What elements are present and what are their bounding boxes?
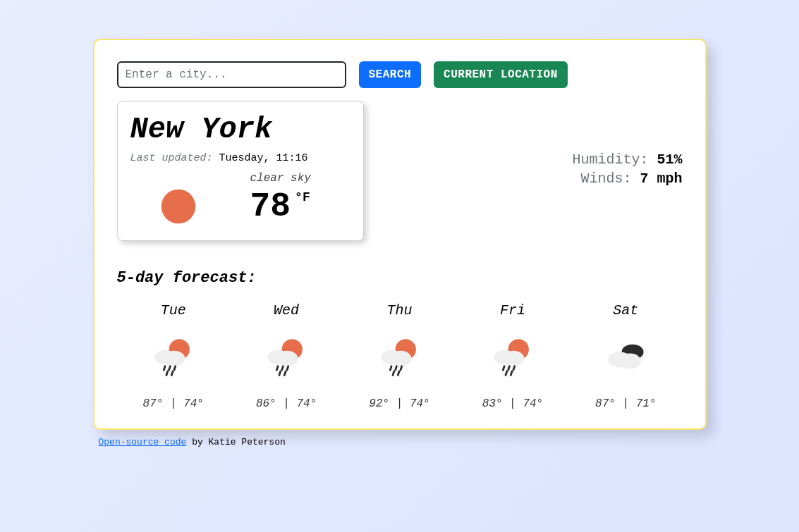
svg-line-24 [398, 371, 399, 375]
current-location-button[interactable]: CURRENT LOCATION [434, 61, 568, 88]
forecast-row: Tue 87° | 74° Wed [117, 302, 683, 410]
sun-icon [159, 187, 198, 226]
forecast-temps: 83° | 74° [456, 397, 569, 410]
svg-line-7 [166, 371, 168, 375]
temperature-unit: °F [295, 190, 310, 204]
forecast-day: Wed 86° | 74° [230, 302, 343, 410]
humidity-value: 51% [657, 151, 682, 168]
svg-line-8 [171, 371, 173, 375]
forecast-day: Sat 87° | 71° [569, 302, 682, 410]
svg-line-21 [395, 366, 396, 370]
city-input[interactable] [117, 61, 346, 88]
forecast-icon [569, 334, 682, 379]
svg-line-4 [164, 366, 165, 370]
forecast-day: Tue 87° | 74° [117, 302, 230, 410]
svg-line-32 [511, 371, 512, 375]
forecast-temps: 87° | 74° [117, 397, 230, 410]
forecast-icon [117, 334, 230, 379]
humidity-label: Humidity: [572, 151, 648, 168]
wind-value: 7 mph [640, 171, 682, 187]
forecast-day-name: Thu [343, 302, 456, 318]
forecast-day-name: Sat [569, 302, 682, 318]
search-button[interactable]: SEARCH [359, 61, 422, 88]
svg-line-20 [390, 366, 391, 370]
forecast-title: 5-day forecast: [117, 269, 683, 287]
city-name: New York [130, 113, 346, 147]
svg-point-35 [619, 353, 641, 369]
svg-point-0 [161, 190, 195, 224]
svg-line-28 [503, 366, 504, 370]
forecast-day: Fri 83° | 74° [456, 302, 569, 410]
forecast-day-name: Fri [456, 302, 569, 318]
svg-line-30 [513, 366, 515, 370]
overview-panel: New York Last updated: Tuesday, 11:16 cl… [117, 101, 364, 241]
last-updated-value: Tuesday, 11:16 [219, 152, 308, 164]
forecast-icon [230, 334, 343, 379]
svg-line-15 [279, 371, 281, 375]
svg-point-11 [276, 351, 298, 366]
svg-line-29 [508, 366, 510, 370]
forecast-day-name: Wed [230, 302, 343, 318]
svg-line-22 [400, 366, 401, 370]
svg-point-27 [502, 351, 524, 366]
svg-point-3 [163, 351, 185, 366]
forecast-icon [343, 334, 456, 379]
last-updated-label: Last updated: [130, 152, 213, 164]
svg-line-6 [174, 366, 176, 370]
side-stats: Humidity: 51% Winds: 7 mph [572, 151, 682, 190]
svg-line-13 [282, 366, 283, 370]
forecast-icon [456, 334, 569, 379]
last-updated: Last updated: Tuesday, 11:16 [130, 152, 346, 164]
wind-label: Winds: [580, 171, 631, 187]
svg-point-19 [389, 351, 411, 366]
forecast-temps: 92° | 74° [343, 397, 456, 410]
svg-line-5 [169, 366, 170, 370]
forecast-temps: 86° | 74° [230, 397, 343, 410]
weather-card: SEARCH CURRENT LOCATION New York Last up… [93, 39, 707, 430]
footer: Open-source code by Katie Peterson [93, 437, 707, 447]
svg-line-23 [392, 371, 394, 375]
svg-line-14 [287, 366, 288, 370]
svg-line-16 [284, 371, 286, 375]
weather-description: clear sky [250, 172, 311, 185]
temperature-value: 78 [250, 187, 291, 225]
forecast-temps: 87° | 71° [569, 397, 682, 410]
forecast-day: Thu 92° | 74° [343, 302, 456, 410]
svg-line-12 [276, 366, 278, 370]
forecast-day-name: Tue [117, 302, 230, 318]
footer-author: by Katie Peterson [186, 437, 285, 447]
svg-line-31 [506, 371, 507, 375]
search-bar: SEARCH CURRENT LOCATION [117, 61, 683, 88]
open-source-link[interactable]: Open-source code [99, 437, 187, 447]
